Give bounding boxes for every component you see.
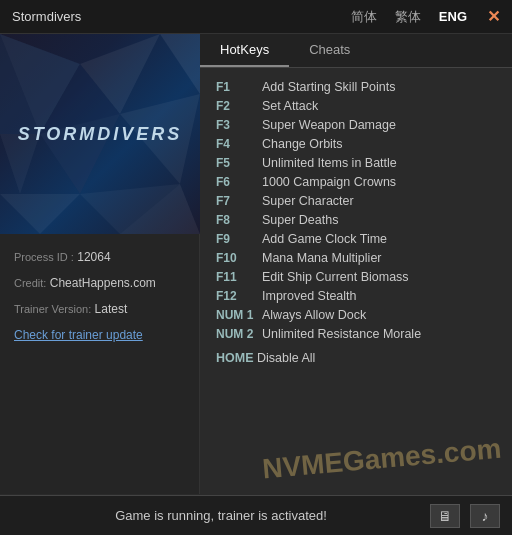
home-desc: Disable All xyxy=(257,351,315,365)
cheat-item: F8Super Deaths xyxy=(216,213,496,227)
cheat-item: F1Add Starting Skill Points xyxy=(216,80,496,94)
cheat-item: F2Set Attack xyxy=(216,99,496,113)
cheat-description: Super Weapon Damage xyxy=(262,118,396,132)
cheat-description: Improved Stealth xyxy=(262,289,357,303)
tab-hotkeys[interactable]: HotKeys xyxy=(200,34,289,67)
tab-cheats[interactable]: Cheats xyxy=(289,34,370,67)
home-entry: HOME Disable All xyxy=(216,351,496,365)
lang-simplified-chinese[interactable]: 简体 xyxy=(347,6,381,28)
cheats-list: F1Add Starting Skill PointsF2Set AttackF… xyxy=(200,68,512,494)
process-id-row: Process ID : 12064 xyxy=(14,250,185,264)
cheat-item: F7Super Character xyxy=(216,194,496,208)
cheat-key: F2 xyxy=(216,99,262,113)
right-panel: HotKeys Cheats F1Add Starting Skill Poin… xyxy=(200,34,512,494)
home-key: HOME xyxy=(216,351,254,365)
cheat-key: NUM 2 xyxy=(216,327,262,341)
trainer-update-link[interactable]: Check for trainer update xyxy=(14,328,143,342)
cheat-key: F10 xyxy=(216,251,262,265)
lang-english[interactable]: ENG xyxy=(435,7,471,26)
cheat-description: Edit Ship Current Biomass xyxy=(262,270,409,284)
status-text: Game is running, trainer is activated! xyxy=(12,508,430,523)
credit-row: Credit: CheatHappens.com xyxy=(14,276,185,290)
credit-value: CheatHappens.com xyxy=(50,276,156,290)
status-bar: Game is running, trainer is activated! 🖥… xyxy=(0,495,512,535)
trainer-version-label: Trainer Version: xyxy=(14,303,91,315)
cheat-item: F10Mana Mana Multiplier xyxy=(216,251,496,265)
app-title: Stormdivers xyxy=(12,9,347,24)
title-bar: Stormdivers 简体 繁体 ENG ✕ xyxy=(0,0,512,34)
game-logo: STORMDIVERS xyxy=(0,34,200,234)
status-icons: 🖥 ♪ xyxy=(430,504,500,528)
cheat-key: F5 xyxy=(216,156,262,170)
process-id-label: Process ID : xyxy=(14,251,74,263)
cheat-key: F4 xyxy=(216,137,262,151)
cheat-item: F11Edit Ship Current Biomass xyxy=(216,270,496,284)
monitor-icon[interactable]: 🖥 xyxy=(430,504,460,528)
cheat-item: F5Unlimited Items in Battle xyxy=(216,156,496,170)
cheat-item: F61000 Campaign Crowns xyxy=(216,175,496,189)
cheat-key: NUM 1 xyxy=(216,308,262,322)
cheat-description: Mana Mana Multiplier xyxy=(262,251,382,265)
cheat-item: F3Super Weapon Damage xyxy=(216,118,496,132)
language-selector: 简体 繁体 ENG ✕ xyxy=(347,6,500,28)
cheat-key: F11 xyxy=(216,270,262,284)
cheat-key: F12 xyxy=(216,289,262,303)
cheat-key: F9 xyxy=(216,232,262,246)
cheat-key: F3 xyxy=(216,118,262,132)
cheat-key: F6 xyxy=(216,175,262,189)
svg-marker-6 xyxy=(0,194,80,234)
close-button[interactable]: ✕ xyxy=(487,7,500,26)
cheat-item: F9Add Game Clock Time xyxy=(216,232,496,246)
music-icon[interactable]: ♪ xyxy=(470,504,500,528)
cheat-description: 1000 Campaign Crowns xyxy=(262,175,396,189)
info-panel: Process ID : 12064 Credit: CheatHappens.… xyxy=(0,234,199,494)
cheat-description: Super Deaths xyxy=(262,213,338,227)
trainer-version-value: Latest xyxy=(95,302,128,316)
update-link-row[interactable]: Check for trainer update xyxy=(14,328,185,342)
process-id-value: 12064 xyxy=(77,250,110,264)
left-panel: STORMDIVERS Process ID : 12064 Credit: C… xyxy=(0,34,200,494)
svg-marker-5 xyxy=(160,34,200,94)
cheat-description: Unlimited Resistance Morale xyxy=(262,327,421,341)
cheat-item: NUM 2Unlimited Resistance Morale xyxy=(216,327,496,341)
cheat-description: Unlimited Items in Battle xyxy=(262,156,397,170)
cheat-key: F1 xyxy=(216,80,262,94)
game-logo-text: STORMDIVERS xyxy=(18,124,183,145)
cheat-description: Super Character xyxy=(262,194,354,208)
trainer-version-row: Trainer Version: Latest xyxy=(14,302,185,316)
cheat-key: F7 xyxy=(216,194,262,208)
cheat-item: F12Improved Stealth xyxy=(216,289,496,303)
cheat-description: Change Orbits xyxy=(262,137,343,151)
cheat-description: Set Attack xyxy=(262,99,318,113)
main-content: STORMDIVERS Process ID : 12064 Credit: C… xyxy=(0,34,512,494)
lang-traditional-chinese[interactable]: 繁体 xyxy=(391,6,425,28)
cheat-description: Add Starting Skill Points xyxy=(262,80,395,94)
tabs: HotKeys Cheats xyxy=(200,34,512,68)
cheat-description: Add Game Clock Time xyxy=(262,232,387,246)
cheat-item: F4Change Orbits xyxy=(216,137,496,151)
cheat-description: Always Allow Dock xyxy=(262,308,366,322)
cheat-key: F8 xyxy=(216,213,262,227)
cheat-item: NUM 1Always Allow Dock xyxy=(216,308,496,322)
credit-label: Credit: xyxy=(14,277,46,289)
